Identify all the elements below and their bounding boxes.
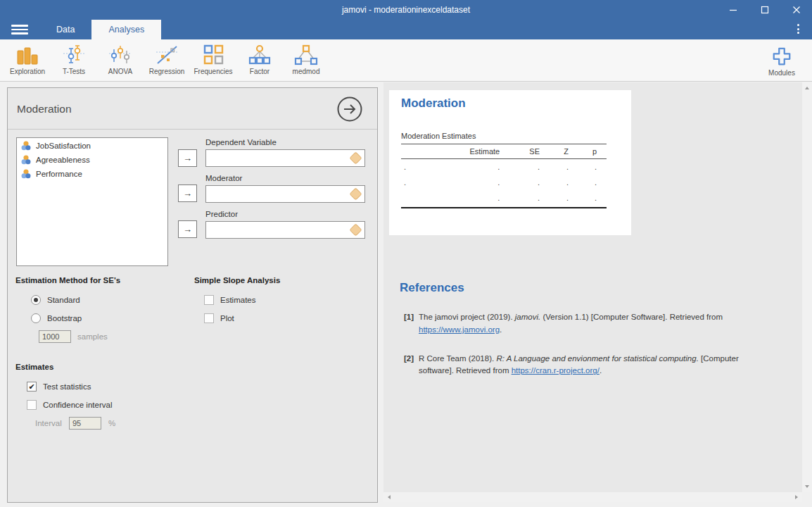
variable-item[interactable]: Agreeableness [17, 152, 167, 166]
table-cell: . [509, 190, 550, 208]
ribbon-anova[interactable]: ANOVA [97, 42, 144, 75]
minimize-button[interactable] [717, 0, 749, 20]
references-heading: References [400, 281, 766, 295]
reference-text: . [500, 325, 502, 334]
ribbon-label: ANOVA [97, 68, 144, 75]
continuous-badge-icon [349, 151, 362, 164]
checkbox-label: Test statistics [43, 382, 91, 391]
tab-data[interactable]: Data [39, 20, 91, 39]
table-cell: . [431, 175, 510, 190]
test-statistics-checkbox-row[interactable]: ✔ Test statistics [27, 382, 91, 392]
variable-list[interactable]: JobSatisfaction Agreeableness Performanc… [16, 137, 168, 266]
moderation-estimates-table: Estimate SE Z p . . . . . . [401, 144, 607, 208]
moderation-options-panel: Moderation JobSatisfaction [7, 87, 378, 503]
ribbon-modules[interactable]: Modules [756, 44, 808, 77]
checkbox-unchecked-icon[interactable] [27, 400, 37, 410]
reference-item: [1] The jamovi project (2019). jamovi. (… [400, 311, 766, 337]
tab-analyses[interactable]: Analyses [91, 20, 161, 39]
ribbon-factor[interactable]: Factor [236, 42, 283, 75]
predictor-field[interactable] [205, 221, 365, 239]
analyses-ribbon: Exploration T-Tests [0, 39, 812, 82]
scroll-up-icon[interactable] [805, 87, 809, 89]
samples-input[interactable] [39, 330, 71, 343]
close-button[interactable] [780, 0, 812, 20]
frequencies-grid-icon [190, 44, 236, 66]
ribbon-label: Exploration [4, 68, 51, 75]
bootstrap-radio[interactable]: Bootstrap [31, 313, 82, 323]
cran-link[interactable]: https://cran.r-project.org/ [512, 366, 600, 375]
table-cell: . [578, 190, 607, 208]
standard-radio[interactable]: Standard [31, 295, 80, 305]
checkbox-checked-icon[interactable]: ✔ [27, 382, 37, 392]
table-caption: Moderation Estimates [401, 132, 607, 140]
continuous-variable-icon [21, 155, 31, 165]
radio-label: Bootstrap [47, 314, 82, 323]
window-title: jamovi - moderationinexceldataset [0, 0, 812, 20]
predictor-label: Predictor [205, 210, 238, 218]
moderator-field[interactable] [205, 185, 365, 203]
ribbon-label: Frequencies [190, 68, 236, 75]
estimation-method-heading: Estimation Method for SE's [15, 276, 120, 284]
reference-text: (Version 1.1) [Computer Software]. Retri… [540, 313, 723, 321]
vertical-scrollbar[interactable] [802, 82, 812, 492]
table-row: . . . . [401, 190, 607, 208]
maximize-icon [761, 6, 769, 14]
table-cell: . [401, 159, 431, 175]
hamburger-menu-icon[interactable] [11, 25, 28, 35]
anova-points-icon [97, 44, 144, 66]
interval-input[interactable] [69, 417, 101, 430]
confidence-interval-checkbox-row[interactable]: Confidence interval [27, 400, 112, 410]
reference-italic: R: A Language and envionment for statist… [496, 354, 698, 363]
radio-selected-icon[interactable] [31, 295, 41, 305]
table-cell: . [431, 190, 510, 208]
ribbon-exploration[interactable]: Exploration [4, 42, 51, 75]
maximize-button[interactable] [749, 0, 780, 20]
continuous-badge-icon [349, 187, 362, 200]
regression-line-icon [144, 44, 190, 66]
results-heading: Moderation [401, 96, 466, 111]
checkbox-unchecked-icon[interactable] [204, 313, 214, 323]
ribbon-t-tests[interactable]: T-Tests [51, 42, 97, 75]
table-cell [401, 190, 431, 208]
jamovi-link[interactable]: https://www.jamovi.org [419, 325, 500, 334]
plot-checkbox-row[interactable]: Plot [204, 313, 234, 323]
assign-dependent-button[interactable]: → [178, 149, 197, 167]
percent-label: % [108, 419, 115, 427]
factor-tree-icon [236, 44, 283, 66]
bar-chart-icon [4, 44, 51, 66]
assign-moderator-button[interactable]: → [178, 184, 197, 202]
dependent-variable-label: Dependent Variable [205, 138, 277, 146]
references-section: References [1] The jamovi project (2019)… [400, 281, 766, 377]
column-header: Estimate [431, 144, 510, 159]
title-bar: jamovi - moderationinexceldataset [0, 0, 812, 20]
variable-item[interactable]: JobSatisfaction [17, 138, 167, 152]
kebab-menu-icon[interactable] [792, 24, 804, 35]
scroll-down-icon[interactable] [805, 485, 809, 488]
ribbon-medmod[interactable]: medmod [283, 42, 329, 75]
radio-label: Standard [47, 296, 80, 304]
variable-label: Agreeableness [36, 156, 90, 164]
column-header: p [578, 144, 607, 159]
ribbon-frequencies[interactable]: Frequencies [190, 42, 236, 75]
results-pane: Moderation Moderation Estimates Estimate… [383, 82, 802, 492]
ribbon-label: Modules [756, 69, 808, 77]
variable-label: Performance [36, 170, 82, 178]
reference-number: [2] [400, 353, 414, 378]
scroll-left-icon[interactable] [388, 495, 391, 499]
checkbox-unchecked-icon[interactable] [204, 295, 214, 305]
continuous-badge-icon [349, 223, 362, 236]
assign-predictor-button[interactable]: → [178, 220, 197, 238]
table-cell: . [509, 175, 550, 190]
ribbon-regression[interactable]: Regression [144, 42, 190, 75]
estimates-checkbox-row[interactable]: Estimates [204, 295, 256, 305]
continuous-variable-icon [21, 169, 31, 179]
variable-item[interactable]: Performance [17, 166, 167, 180]
table-row: . . . . . [401, 159, 607, 175]
table-cell: . [578, 175, 607, 190]
dependent-variable-field[interactable] [205, 149, 365, 167]
scroll-right-icon[interactable] [795, 495, 798, 499]
horizontal-scrollbar[interactable] [383, 492, 802, 502]
collapse-panel-button[interactable] [336, 96, 363, 123]
radio-unselected-icon[interactable] [31, 313, 41, 323]
table-cell: . [578, 159, 607, 175]
